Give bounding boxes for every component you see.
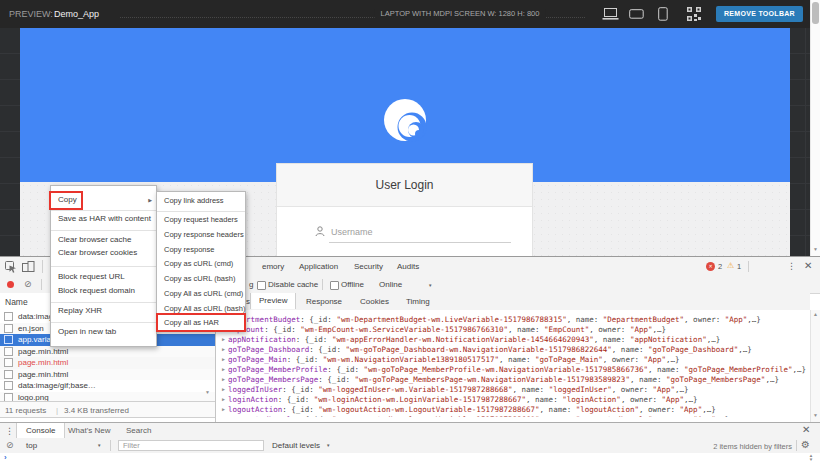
menu-item-block-url[interactable]: Block request URL bbox=[58, 272, 125, 281]
offline-label[interactable]: Offline bbox=[341, 280, 364, 289]
expand-arrow-icon[interactable]: ▶ bbox=[222, 336, 225, 342]
json-line-clipped[interactable]: ▶supportedLocale: {_id: "wm-supportedLoc… bbox=[216, 414, 810, 417]
network-request-row-error[interactable]: page.min.html bbox=[0, 357, 215, 369]
menu-item-copy-response-headers[interactable]: Copy response headers bbox=[164, 230, 244, 239]
devtools-close-icon[interactable]: ✕ bbox=[804, 260, 812, 271]
tab-preview-selected[interactable]: Preview bbox=[250, 293, 296, 309]
drawer-close-icon[interactable]: ✕ bbox=[802, 424, 810, 435]
clear-console-icon[interactable]: ⊘ bbox=[6, 440, 14, 450]
menu-item-replay-xhr[interactable]: Replay XHR bbox=[58, 306, 102, 315]
menu-item-clear-cache[interactable]: Clear browser cache bbox=[58, 235, 131, 244]
network-request-row[interactable]: page.min.html bbox=[0, 369, 215, 381]
phone-icon[interactable] bbox=[658, 7, 668, 21]
warning-count[interactable]: 1 bbox=[737, 262, 741, 271]
json-line[interactable]: ▶DepartmentBudget: {_id: "wm-DepartmentB… bbox=[216, 314, 810, 324]
json-line[interactable]: ▶goToPage_MemberProfile: {_id: "wm-goToP… bbox=[216, 364, 810, 374]
submenu-arrow-icon: ▶ bbox=[148, 197, 152, 203]
scroll-up-icon[interactable]: ▲ bbox=[813, 312, 818, 317]
menu-item-copy-all-curl-cmd[interactable]: Copy All as cURL (cmd) bbox=[164, 289, 243, 298]
login-title: User Login bbox=[277, 178, 532, 192]
device-toolbar-icon[interactable] bbox=[22, 261, 35, 273]
username-field[interactable]: Username bbox=[315, 222, 511, 246]
person-icon bbox=[315, 226, 325, 237]
error-count[interactable]: 2 bbox=[718, 262, 722, 271]
expand-arrow-icon[interactable]: ▶ bbox=[222, 356, 225, 362]
chevron-down-icon[interactable]: ▼ bbox=[97, 443, 101, 448]
tab-whats-new[interactable]: What's New bbox=[68, 426, 110, 435]
expand-arrow-icon[interactable]: ▶ bbox=[222, 396, 225, 402]
tab-search[interactable]: Search bbox=[126, 426, 151, 435]
console-filter-input[interactable] bbox=[118, 440, 264, 451]
json-line[interactable]: ▶EmpCount: {_id: "wm-EmpCount-wm.Service… bbox=[216, 324, 810, 334]
disable-cache-label[interactable]: Disable cache bbox=[268, 280, 318, 289]
chevron-down-icon[interactable]: ▼ bbox=[428, 283, 432, 288]
tab-application[interactable]: Application bbox=[299, 262, 338, 271]
chevron-down-icon[interactable]: ▼ bbox=[326, 443, 330, 448]
expand-arrow-icon[interactable]: ▶ bbox=[222, 386, 225, 392]
menu-separator bbox=[51, 322, 156, 323]
menu-item-copy-curl-cmd[interactable]: Copy as cURL (cmd) bbox=[164, 259, 233, 268]
network-request-row[interactable]: logo.png bbox=[0, 392, 215, 402]
menu-item-copy-curl-bash[interactable]: Copy as cURL (bash) bbox=[164, 274, 235, 283]
menu-item-clear-cookies[interactable]: Clear browser cookies bbox=[58, 248, 137, 257]
expand-arrow-icon[interactable]: ▶ bbox=[222, 346, 225, 352]
menu-item-block-domain[interactable]: Block request domain bbox=[58, 286, 135, 295]
tablet-icon[interactable] bbox=[629, 9, 644, 19]
scroll-stepper-icon[interactable]: ▲▼ bbox=[806, 453, 816, 461]
toolbar-divider bbox=[110, 440, 111, 451]
page-scrollbar-thumb[interactable] bbox=[812, 2, 819, 24]
username-underline bbox=[329, 242, 511, 243]
tab-console-selected[interactable]: Console bbox=[16, 423, 65, 438]
menu-item-copy-request-headers[interactable]: Copy request headers bbox=[164, 215, 238, 224]
tab-timing[interactable]: Timing bbox=[406, 297, 430, 306]
expand-arrow-icon[interactable]: ▶ bbox=[222, 376, 225, 382]
drawer-menu-icon[interactable]: ⋮ bbox=[5, 426, 14, 436]
page-scrollbar[interactable]: ▼ bbox=[810, 0, 820, 256]
warning-badge-icon[interactable]: ⚠ bbox=[727, 261, 734, 270]
console-settings-gear-icon[interactable]: ⚙ bbox=[801, 439, 810, 450]
remove-toolbar-button[interactable]: REMOVE TOOLBAR bbox=[716, 6, 803, 22]
network-request-row[interactable]: page.min.html bbox=[0, 346, 215, 358]
scroll-down-icon[interactable]: ▼ bbox=[813, 247, 818, 252]
tab-response[interactable]: Response bbox=[306, 297, 342, 306]
tab-memory-fragment[interactable]: emory bbox=[262, 262, 284, 271]
json-line[interactable]: ▶logoutAction: {_id: "wm-logoutAction-wm… bbox=[216, 404, 810, 414]
devtools-menu-icon[interactable]: ⋮ bbox=[787, 261, 796, 271]
error-badge-icon[interactable]: ✕ bbox=[706, 262, 715, 271]
menu-item-copy-all-curl-bash[interactable]: Copy All as cURL (bash) bbox=[164, 304, 245, 313]
disable-cache-checkbox[interactable] bbox=[257, 281, 266, 290]
menu-item-open-new-tab[interactable]: Open in new tab bbox=[58, 327, 116, 336]
network-request-row[interactable]: data:image/gif;base… bbox=[0, 380, 215, 392]
json-line[interactable]: ▶loggedInUser: {_id: "wm-loggedInUser-wm… bbox=[216, 384, 810, 394]
json-line[interactable]: ▶appNotification: {_id: "wm-appErrorHand… bbox=[216, 334, 810, 344]
json-line[interactable]: ▶goToPage_MembersPage: {_id: "wm-goToPag… bbox=[216, 374, 810, 384]
inspect-element-icon[interactable] bbox=[5, 261, 17, 273]
json-line[interactable]: ▶goToPage_Main: {_id: "wm-wm.NavigationV… bbox=[216, 354, 810, 364]
log-levels-select[interactable]: Default levels bbox=[272, 441, 320, 450]
laptop-icon[interactable] bbox=[602, 7, 619, 21]
json-line[interactable]: ▶loginAction: {_id: "wm-loginAction-wm.L… bbox=[216, 394, 810, 404]
tab-security[interactable]: Security bbox=[354, 262, 383, 271]
offline-checkbox[interactable] bbox=[330, 281, 339, 290]
qr-code-icon[interactable] bbox=[687, 7, 701, 21]
preview-pane-scrollbar[interactable]: ▲ ▼ bbox=[810, 310, 820, 422]
console-messages-area[interactable]: › ▲▼ bbox=[0, 453, 820, 461]
context-selector[interactable]: top bbox=[26, 441, 37, 450]
menu-item-copy-link[interactable]: Copy link address bbox=[164, 196, 224, 205]
expand-arrow-icon[interactable]: ▶ bbox=[222, 366, 225, 372]
scroll-down-icon[interactable]: ▼ bbox=[813, 413, 818, 418]
scroll-down-icon[interactable]: ▼ bbox=[205, 390, 210, 395]
tab-cookies[interactable]: Cookies bbox=[360, 297, 389, 306]
expand-arrow-icon[interactable]: ▶ bbox=[222, 406, 225, 412]
record-network-log-icon[interactable] bbox=[7, 281, 14, 288]
menu-item-save-har[interactable]: Save as HAR with content bbox=[58, 214, 151, 223]
clear-network-log-icon[interactable]: ⊘ bbox=[24, 279, 32, 289]
tab-audits[interactable]: Audits bbox=[397, 262, 419, 271]
preserve-log-label-fragment: g bbox=[249, 280, 253, 289]
menu-item-copy-response[interactable]: Copy response bbox=[164, 245, 214, 254]
toolbar-divider bbox=[42, 260, 43, 273]
file-icon bbox=[4, 324, 13, 333]
throttling-select[interactable]: Online bbox=[379, 280, 402, 289]
json-line[interactable]: ▶goToPage_Dashboard: {_id: "wm-goToPage_… bbox=[216, 344, 810, 354]
expand-arrow-icon[interactable]: ▶ bbox=[222, 416, 225, 417]
